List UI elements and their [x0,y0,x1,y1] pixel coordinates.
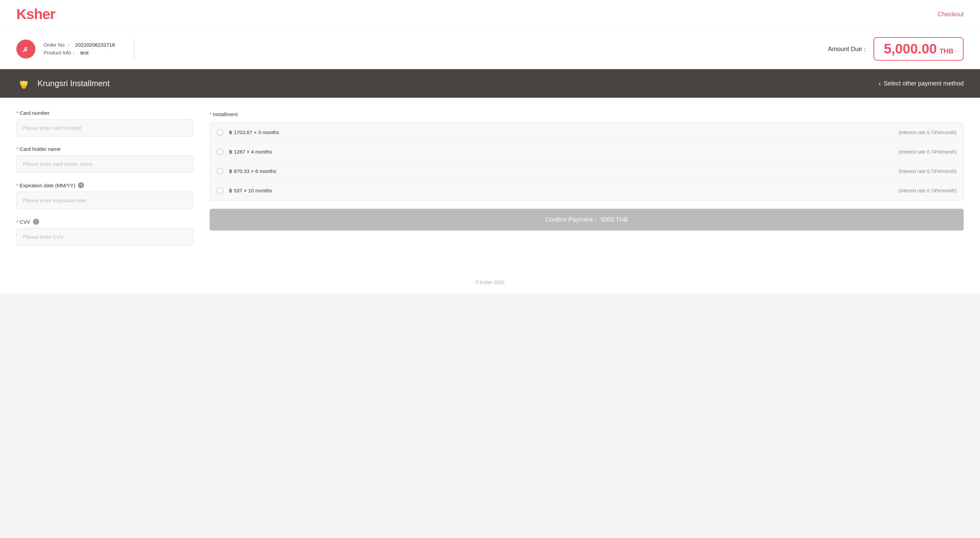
vertical-divider [134,40,134,59]
amount-currency: THB [940,47,953,55]
option-amount-10m: ฿ 537 × 10 months [229,188,893,194]
svg-point-5 [22,81,25,85]
krungsri-icon [16,76,31,91]
card-holder-required: * [16,146,18,152]
expiry-input[interactable] [16,192,193,209]
expiry-group: * Expiration date (MM/YY) ? [16,182,193,209]
checkout-link[interactable]: Checkout [938,11,964,18]
card-holder-input[interactable] [16,155,193,172]
installment-label: Installment [213,111,238,117]
cvv-label-row: * CVV ? [16,219,193,225]
expiry-label: Expiration date (MM/YY) [20,182,75,188]
card-holder-label: Card holder name [20,146,60,152]
copyright-text: © Ksher 2022 [476,279,504,285]
radio-6m[interactable] [217,168,224,175]
main-content: * Card number * Card holder name * Expir… [0,98,980,271]
amount-value-box: 5,000.00 THB [873,37,964,61]
header: Ksher Checkout [0,0,980,29]
card-number-group: * Card number [16,110,193,137]
installment-options: ฿ 1703.67 × 3 months (Interest rate 0.74… [210,123,964,201]
select-other-payment[interactable]: ‹ Select other payment method [878,80,964,88]
product-info-label: Product Info： [43,50,76,56]
option-amount-4m: ฿ 1287 × 4 months [229,149,893,155]
footer: © Ksher 2022 [0,271,980,293]
option-interest-4m: (Interest rate 0.74%/month) [899,149,956,155]
radio-3m[interactable] [217,129,224,136]
amount-section: Amount Due： 5,000.00 THB [828,37,964,61]
amount-number: 5,000.00 [884,41,937,56]
chevron-left-icon: ‹ [878,80,881,88]
card-form-section: * Card number * Card holder name * Expir… [16,110,193,255]
card-holder-group: * Card holder name [16,146,193,172]
product-info-value: test [80,50,89,56]
expiry-label-row: * Expiration date (MM/YY) ? [16,182,193,188]
radio-4m[interactable] [217,148,224,155]
amount-due-label: Amount Due： [828,45,868,53]
option-interest-6m: (Interest rate 0.74%/month) [899,169,956,174]
order-number-row: Order No.： 20220206231718 [43,42,115,48]
logo: Ksher [16,6,55,22]
option-interest-10m: (Interest rate 0.74%/month) [899,188,956,193]
order-details: Order No.： 20220206231718 Product Info： … [43,42,115,56]
cvv-input[interactable] [16,228,193,246]
order-no-value: 20220206231718 [75,42,115,48]
product-info-row: Product Info： test [43,50,115,56]
option-amount-6m: ฿ 870.33 × 6 months [229,168,893,174]
option-interest-3m: (Interest rate 0.74%/month) [899,130,956,135]
order-bar: $ Order No.： 20220206231718 Product Info… [0,29,980,69]
card-number-label: Card number [20,110,50,116]
cvv-label: CVV [20,219,30,225]
confirm-payment-button[interactable]: Confirm Payment： 5000 THB [210,209,964,230]
card-holder-label-row: * Card holder name [16,146,193,152]
cvv-group: * CVV ? [16,219,193,246]
cvv-required: * [16,219,18,225]
installment-section: * Installment ฿ 1703.67 × 3 months (Inte… [210,110,964,255]
option-amount-3m: ฿ 1703.67 × 3 months [229,129,893,136]
svg-text:$: $ [24,46,27,52]
card-number-input[interactable] [16,119,193,137]
card-number-label-row: * Card number [16,110,193,116]
order-no-label: Order No.： [43,42,71,48]
installment-option-10m[interactable]: ฿ 537 × 10 months (Interest rate 0.74%/m… [210,181,963,200]
payment-header-left: Krungsri Installment [16,76,110,91]
installment-label-row: * Installment [210,111,964,117]
installment-option-4m[interactable]: ฿ 1287 × 4 months (Interest rate 0.74%/m… [210,142,963,162]
installment-option-3m[interactable]: ฿ 1703.67 × 3 months (Interest rate 0.74… [210,123,963,142]
payment-title: Krungsri Installment [37,79,110,88]
payment-method-header: Krungsri Installment ‹ Select other paym… [0,69,980,98]
expiry-required: * [16,182,18,188]
card-number-required: * [16,110,18,116]
order-icon: $ [16,40,35,59]
cvv-help-icon[interactable]: ? [33,219,39,225]
installment-option-6m[interactable]: ฿ 870.33 × 6 months (Interest rate 0.74%… [210,162,963,181]
select-other-label[interactable]: Select other payment method [884,80,964,87]
installment-required: * [210,111,212,117]
radio-10m[interactable] [217,187,224,194]
expiry-help-icon[interactable]: ? [78,182,84,188]
